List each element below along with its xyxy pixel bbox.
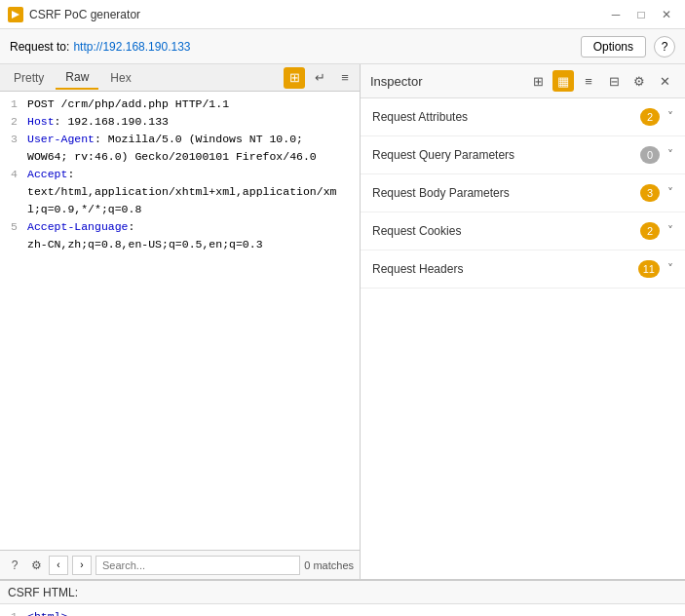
inspector-panel: Inspector ⊞ ▦ ≡ ⊟ ⚙ ✕ Request Attributes… xyxy=(361,64,685,579)
prev-match-button[interactable]: ‹ xyxy=(49,556,68,575)
count-badge: 2 xyxy=(640,222,660,240)
inspector-title: Inspector xyxy=(370,74,422,89)
code-line: text/html,application/xhtml+xml,applicat… xyxy=(0,183,360,201)
title-bar: CSRF PoC generator ─ □ ✕ xyxy=(0,0,685,29)
csrf-header: CSRF HTML: xyxy=(0,581,685,604)
inspector-row-label: Request Attributes xyxy=(372,110,468,124)
count-badge: 0 xyxy=(640,146,660,164)
more-icon[interactable]: ≡ xyxy=(334,67,356,89)
window-controls: ─ □ ✕ xyxy=(605,4,677,25)
chevron-down-icon: ˅ xyxy=(667,110,673,124)
inspector-row-query[interactable]: Request Query Parameters 0 ˅ xyxy=(361,136,685,174)
inspector-row-label: Request Query Parameters xyxy=(372,148,514,162)
request-tabs: Pretty Raw Hex ⊞ ↵ ≡ xyxy=(0,64,360,92)
help-icon[interactable]: ? xyxy=(6,557,23,574)
request-bar: Request to: http://192.168.190.133 Optio… xyxy=(0,29,685,64)
request-label: Request to: xyxy=(10,40,69,54)
chevron-down-icon: ˅ xyxy=(667,262,673,276)
chevron-down-icon: ˅ xyxy=(667,148,673,162)
inspector-row-label: Request Cookies xyxy=(372,224,461,238)
tab-hex[interactable]: Hex xyxy=(100,67,140,89)
close-button[interactable]: ✕ xyxy=(656,4,677,25)
code-line: 2 Host: 192.168.190.133 xyxy=(0,113,360,131)
code-line: 3 User-Agent: Mozilla/5.0 (Windows NT 10… xyxy=(0,131,360,148)
inspector-settings-icon[interactable]: ⚙ xyxy=(628,70,650,92)
next-match-button[interactable]: › xyxy=(72,556,92,575)
csrf-code-area: 1 <html> 2 <!-- CSRF PoC - generated by … xyxy=(0,604,685,616)
count-badge: 2 xyxy=(640,108,660,126)
match-count: 0 matches xyxy=(304,559,354,571)
search-input[interactable] xyxy=(95,556,300,575)
help-button[interactable]: ? xyxy=(654,36,675,58)
main-area: Pretty Raw Hex ⊞ ↵ ≡ 1 POST /crm/php/add… xyxy=(0,64,685,579)
app-title: CSRF PoC generator xyxy=(29,8,140,21)
count-badge: 3 xyxy=(640,184,660,202)
inspector-row-attributes[interactable]: Request Attributes 2 ˅ xyxy=(361,98,685,136)
inspector-split-icon[interactable]: ⊟ xyxy=(603,70,625,92)
settings-icon[interactable]: ⚙ xyxy=(27,557,45,574)
code-line: 5 Accept-Language: xyxy=(0,218,360,236)
csrf-title: CSRF HTML: xyxy=(8,586,78,599)
code-line: l;q=0.9,*/*;q=0.8 xyxy=(0,201,360,218)
tab-raw[interactable]: Raw xyxy=(56,66,98,90)
wrap-icon[interactable]: ↵ xyxy=(309,67,330,89)
code-line: zh-CN,zh;q=0.8,en-US;q=0.5,en;q=0.3 xyxy=(0,236,360,253)
chevron-down-icon: ˅ xyxy=(667,186,673,200)
inspector-row-cookies[interactable]: Request Cookies 2 ˅ xyxy=(361,212,685,250)
inspector-row-label: Request Headers xyxy=(372,262,463,276)
tab-pretty[interactable]: Pretty xyxy=(4,67,54,89)
minimize-button[interactable]: ─ xyxy=(605,4,627,25)
inspector-row-body[interactable]: Request Body Parameters 3 ˅ xyxy=(361,174,685,212)
inspector-list-icon[interactable]: ▦ xyxy=(552,70,574,92)
inspector-row-label: Request Body Parameters xyxy=(372,186,510,200)
maximize-button[interactable]: □ xyxy=(630,4,652,25)
code-line: 1 POST /crm/php/add.php HTTP/1.1 xyxy=(0,96,360,113)
request-url: http://192.168.190.133 xyxy=(73,40,190,54)
code-line: 4 Accept: xyxy=(0,166,360,183)
left-panel: Pretty Raw Hex ⊞ ↵ ≡ 1 POST /crm/php/add… xyxy=(0,64,361,579)
request-search-bar: ? ⚙ ‹ › 0 matches xyxy=(0,550,360,579)
format-icon[interactable]: ⊞ xyxy=(284,67,305,89)
inspector-table-icon[interactable]: ⊞ xyxy=(527,70,549,92)
inspector-close-icon[interactable]: ✕ xyxy=(654,70,675,92)
inspector-align-icon[interactable]: ≡ xyxy=(578,70,599,92)
code-line: WOW64; rv:46.0) Gecko/20100101 Firefox/4… xyxy=(0,148,360,166)
inspector-header: Inspector ⊞ ▦ ≡ ⊟ ⚙ ✕ xyxy=(361,64,685,98)
app-icon xyxy=(8,7,23,22)
code-line: 1 <html> xyxy=(0,608,685,616)
request-code-area: 1 POST /crm/php/add.php HTTP/1.1 2 Host:… xyxy=(0,92,360,550)
inspector-icon-bar: ⊞ ▦ ≡ ⊟ ⚙ ✕ xyxy=(527,70,675,92)
count-badge: 11 xyxy=(638,260,660,278)
csrf-section: CSRF HTML: 1 <html> 2 <!-- CSRF PoC - ge… xyxy=(0,579,685,616)
inspector-row-headers[interactable]: Request Headers 11 ˅ xyxy=(361,250,685,289)
chevron-down-icon: ˅ xyxy=(667,224,673,238)
options-button[interactable]: Options xyxy=(581,36,646,58)
